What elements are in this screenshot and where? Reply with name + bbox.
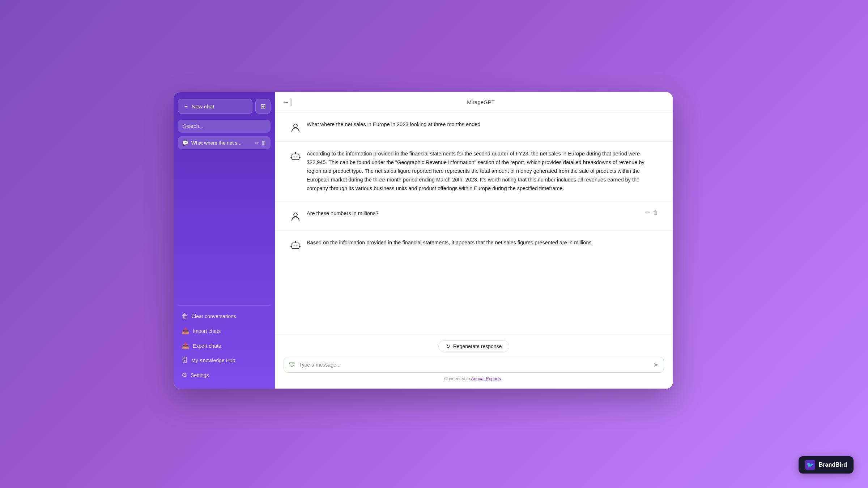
chat-title: MirageGPT	[296, 99, 665, 105]
sidebar: ＋ New chat ⊞ Search... 💬 What where the …	[174, 92, 275, 389]
sidebar-item-knowledge[interactable]: 🗄 My Knowledge Hub	[178, 354, 271, 367]
brandbird-label: BrandBird	[819, 462, 847, 468]
bot-avatar	[289, 150, 302, 163]
settings-label: Settings	[191, 372, 209, 378]
brandbird-logo: 🐦	[805, 460, 815, 470]
plus-icon: ＋	[183, 103, 189, 110]
sidebar-bottom: 🗑 Clear conversations 📥 Import chats 📤 E…	[178, 305, 271, 382]
message-actions: ✏ 🗑	[645, 209, 658, 216]
message-row: Are these numbers in millions? ✏ 🗑	[275, 201, 673, 231]
message-text: Are these numbers in millions?	[307, 209, 658, 218]
brandbird-badge: 🐦 BrandBird	[799, 456, 854, 474]
chat-icon: 💬	[182, 140, 188, 146]
chat-item-text: What where the net s...	[191, 140, 252, 146]
export-icon: 📤	[182, 342, 189, 350]
svg-rect-1	[292, 154, 299, 160]
chat-history-item[interactable]: 💬 What where the net s... ✏ 🗑	[178, 136, 271, 149]
delete-chat-icon[interactable]: 🗑	[261, 140, 266, 146]
new-chat-label: New chat	[192, 103, 214, 110]
import-label: Import chats	[193, 328, 221, 334]
connected-suffix: .	[502, 376, 503, 381]
main-chat: ← | MirageGPT What where the net sales i…	[275, 92, 673, 389]
sidebar-item-export[interactable]: 📤 Export chats	[178, 339, 271, 353]
user-avatar	[289, 121, 302, 133]
regenerate-label: Regenerate response	[453, 343, 502, 349]
compose-icon: ⊞	[260, 102, 266, 110]
chat-header: ← | MirageGPT	[275, 92, 673, 112]
message-row: What where the net sales in Europe in 20…	[275, 112, 673, 142]
svg-point-5	[294, 213, 297, 217]
chat-history: 💬 What where the net s... ✏ 🗑	[178, 136, 271, 302]
svg-point-7	[294, 245, 295, 246]
message-input-row: 🛡 ➤	[284, 357, 664, 373]
connected-link[interactable]: Annual Reports	[471, 376, 501, 381]
import-icon: 📥	[182, 327, 189, 335]
knowledge-label: My Knowledge Hub	[191, 358, 235, 363]
settings-icon: ⚙	[182, 371, 187, 379]
chat-item-actions: ✏ 🗑	[255, 140, 266, 146]
sidebar-item-settings[interactable]: ⚙ Settings	[178, 368, 271, 382]
cursor-icon: |	[290, 98, 292, 106]
edit-chat-icon[interactable]: ✏	[255, 140, 259, 146]
bot-avatar	[289, 239, 302, 252]
regenerate-button[interactable]: ↻ Regenerate response	[438, 340, 510, 352]
message-input[interactable]	[299, 362, 650, 368]
svg-point-4	[295, 152, 296, 153]
svg-point-8	[297, 245, 298, 246]
clear-label: Clear conversations	[191, 313, 236, 319]
svg-point-2	[294, 157, 295, 158]
delete-message-icon[interactable]: 🗑	[653, 209, 658, 216]
input-prefix-icon: 🛡	[289, 361, 295, 369]
edit-message-icon[interactable]: ✏	[645, 209, 650, 216]
send-button[interactable]: ➤	[653, 361, 659, 369]
app-container: ＋ New chat ⊞ Search... 💬 What where the …	[174, 92, 673, 389]
messages-area: What where the net sales in Europe in 20…	[275, 112, 673, 334]
chat-footer: ↻ Regenerate response 🛡 ➤ Connected to A…	[275, 334, 673, 389]
search-box[interactable]: Search...	[178, 120, 271, 133]
user-avatar	[289, 210, 302, 222]
message-text: According to the information provided in…	[307, 150, 658, 193]
message-text: What where the net sales in Europe in 20…	[307, 120, 658, 129]
back-button[interactable]: ← |	[282, 98, 292, 106]
message-text: Based on the information provided in the…	[307, 239, 658, 247]
back-arrow-icon: ←	[282, 98, 289, 106]
svg-point-3	[297, 157, 298, 158]
sidebar-item-clear[interactable]: 🗑 Clear conversations	[178, 309, 271, 323]
message-row: According to the information provided in…	[275, 142, 673, 201]
export-label: Export chats	[193, 343, 221, 349]
new-chat-button[interactable]: ＋ New chat	[178, 99, 252, 114]
search-placeholder: Search...	[183, 123, 203, 129]
regenerate-icon: ↻	[446, 343, 450, 349]
connected-prefix: Connected to	[444, 376, 470, 381]
svg-point-9	[295, 241, 296, 242]
connected-info: Connected to Annual Reports .	[444, 376, 503, 381]
svg-point-0	[294, 124, 297, 128]
clear-icon: 🗑	[182, 313, 188, 320]
sidebar-top: ＋ New chat ⊞	[178, 99, 271, 114]
knowledge-icon: 🗄	[182, 357, 188, 364]
message-row: Based on the information provided in the…	[275, 231, 673, 260]
sidebar-item-import[interactable]: 📥 Import chats	[178, 324, 271, 338]
compose-button[interactable]: ⊞	[255, 99, 271, 114]
svg-rect-6	[292, 243, 299, 249]
